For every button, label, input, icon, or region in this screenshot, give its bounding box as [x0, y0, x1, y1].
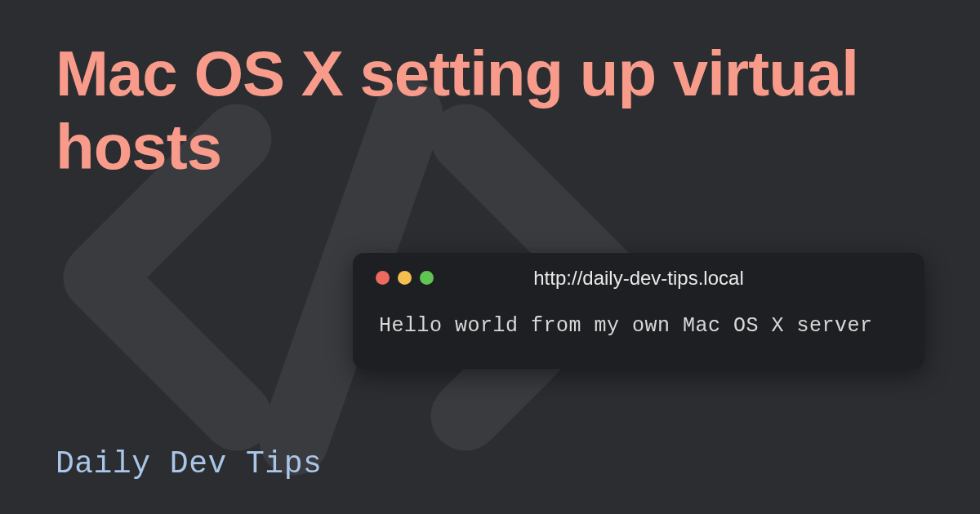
page-title: Mac OS X setting up virtual hosts	[56, 38, 938, 184]
window-body-text: Hello world from my own Mac OS X server	[376, 314, 902, 338]
close-icon	[376, 271, 390, 285]
traffic-lights	[376, 271, 434, 285]
window-titlebar: http://daily-dev-tips.local	[376, 271, 902, 285]
browser-window-mock: http://daily-dev-tips.local Hello world …	[353, 253, 924, 369]
address-bar-url: http://daily-dev-tips.local	[376, 267, 902, 290]
brand-name: Daily Dev Tips	[56, 446, 322, 481]
minimize-icon	[398, 271, 412, 285]
maximize-icon	[420, 271, 434, 285]
